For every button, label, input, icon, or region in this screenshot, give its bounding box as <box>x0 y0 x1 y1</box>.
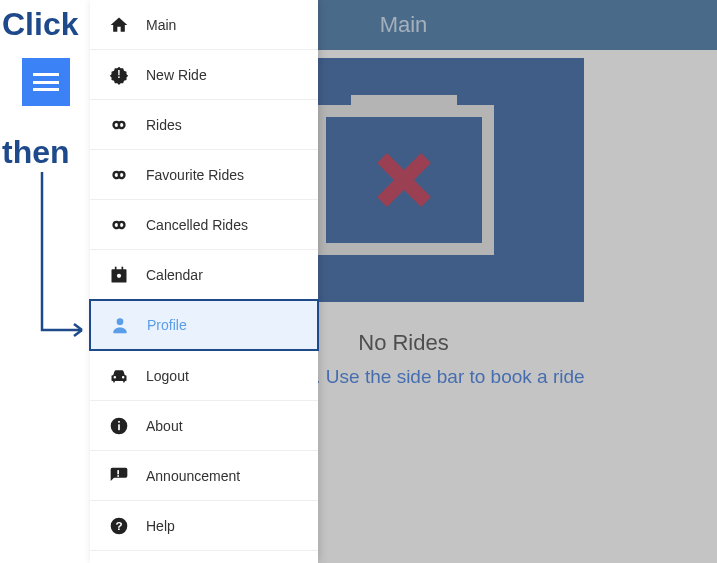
sidebar-item-announcement[interactable]: Announcement <box>90 451 318 501</box>
app-container: Main No Rides nding rides. Use the side … <box>90 0 717 563</box>
svg-rect-9 <box>117 470 119 474</box>
sidebar-item-main[interactable]: Main <box>90 0 318 50</box>
sidebar-item-label: Main <box>146 17 176 33</box>
sidebar-item-favourite-rides[interactable]: Favourite Rides <box>90 150 318 200</box>
sidebar-item-label: Cancelled Rides <box>146 217 248 233</box>
sidebar-item-label: Favourite Rides <box>146 167 244 183</box>
sidebar-item-label: New Ride <box>146 67 207 83</box>
car-icon <box>108 365 130 387</box>
svg-rect-8 <box>118 421 120 423</box>
sidebar-item-rides[interactable]: Rides <box>90 100 318 150</box>
infinity-icon <box>108 164 130 186</box>
sidebar: Main!New RideRidesFavourite RidesCancell… <box>90 0 318 563</box>
sidebar-item-label: Profile <box>147 317 187 333</box>
person-icon <box>109 314 131 336</box>
sidebar-item-label: Calendar <box>146 267 203 283</box>
badge-icon: ! <box>108 64 130 86</box>
sidebar-item-label: Rides <box>146 117 182 133</box>
hamburger-icon <box>33 73 59 91</box>
svg-rect-2 <box>115 266 117 270</box>
annotation-then-label: then <box>2 134 70 171</box>
sidebar-item-label: Help <box>146 518 175 534</box>
sidebar-item-help[interactable]: ?Help <box>90 501 318 551</box>
infinity-icon <box>108 114 130 136</box>
sidebar-item-calendar[interactable]: Calendar <box>90 250 318 300</box>
svg-point-4 <box>117 273 121 277</box>
sidebar-item-about[interactable]: About <box>90 401 318 451</box>
sidebar-item-label: Announcement <box>146 468 240 484</box>
sidebar-item-label: About <box>146 418 183 434</box>
hamburger-menu-button[interactable] <box>22 58 70 106</box>
svg-text:?: ? <box>115 519 122 532</box>
svg-rect-3 <box>122 266 124 270</box>
svg-point-5 <box>117 318 124 325</box>
calendar-icon <box>108 264 130 286</box>
svg-rect-10 <box>117 475 119 477</box>
sidebar-item-label: Logout <box>146 368 189 384</box>
infinity-icon <box>108 214 130 236</box>
svg-rect-7 <box>118 424 120 430</box>
announcement-icon <box>108 465 130 487</box>
annotation-click-label: Click <box>2 6 78 43</box>
annotation-arrow <box>38 172 88 342</box>
help-icon: ? <box>108 515 130 537</box>
sidebar-item-cancelled-rides[interactable]: Cancelled Rides <box>90 200 318 250</box>
sidebar-item-new-ride[interactable]: !New Ride <box>90 50 318 100</box>
home-icon <box>108 14 130 36</box>
sidebar-item-profile[interactable]: Profile <box>89 299 319 351</box>
info-icon <box>108 415 130 437</box>
svg-text:!: ! <box>117 69 120 80</box>
sidebar-item-logout[interactable]: Logout <box>90 351 318 401</box>
